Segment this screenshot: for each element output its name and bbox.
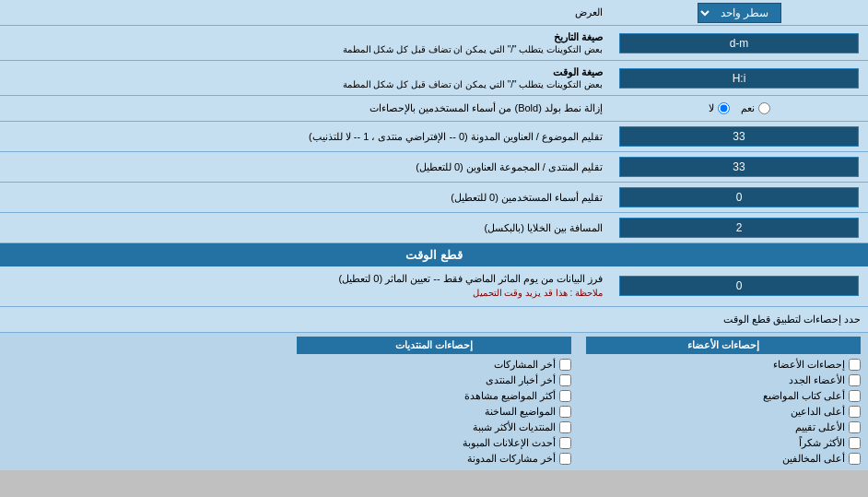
- cb-last-blog-posts[interactable]: [559, 453, 571, 465]
- bold-no-radio[interactable]: [718, 102, 730, 114]
- topic-order-input[interactable]: [628, 127, 850, 146]
- usernames-label: تقليم أسماء المستخدمين (0 للتعطيل): [0, 188, 610, 207]
- cb-latest-classifieds[interactable]: [559, 437, 571, 449]
- stats-limit-label: حدد إحصاءات لتطبيق قطع الوقت: [0, 310, 868, 329]
- list-item: الأعضاء الجدد: [586, 373, 861, 388]
- date-format-input-area: [610, 30, 868, 56]
- cb-hot-topics[interactable]: [559, 406, 571, 418]
- topic-order-input-area: [610, 124, 868, 149]
- cb-last-posts[interactable]: [559, 359, 571, 371]
- cb-members-stats[interactable]: [849, 359, 861, 371]
- list-item: أعلى الداعين: [586, 404, 861, 420]
- stats-members-col: إحصاءات الأعضاء إحصاءات الأعضاء الأعضاء …: [579, 333, 868, 470]
- list-item: الأكثر شكراً: [586, 435, 861, 451]
- stats-columns: إحصاءات الأعضاء إحصاءات الأعضاء الأعضاء …: [0, 333, 868, 470]
- cb-top-topic-writers[interactable]: [849, 390, 861, 402]
- cb-most-viewed[interactable]: [559, 390, 571, 402]
- display-select-area: سطر واحد: [610, 3, 868, 23]
- cb-last-news[interactable]: [559, 374, 571, 386]
- cb-most-thankful[interactable]: [849, 437, 861, 449]
- bold-label: إزالة نمط بولد (Bold) من أسماء المستخدمي…: [0, 99, 610, 118]
- cb-new-members[interactable]: [849, 374, 861, 386]
- list-item: أخر أخبار المنتدى: [297, 373, 571, 388]
- list-item: أكثر المواضيع مشاهدة: [297, 388, 571, 404]
- topic-order-label: تقليم الموضوع / العناوين المدونة (0 -- ا…: [0, 127, 610, 147]
- date-format-input[interactable]: [628, 34, 850, 53]
- bold-no-label: لا: [709, 102, 714, 114]
- cb-top-preachers[interactable]: [849, 406, 861, 418]
- stats-empty-col: [0, 333, 289, 470]
- list-item: أخر مشاركات المدونة: [297, 451, 571, 467]
- cut-input-area: [610, 273, 868, 299]
- stats-posts-col: إحصاءات المنتديات أخر المشاركات أخر أخبا…: [289, 333, 579, 470]
- list-item: المنتديات الأكثر شببة: [297, 420, 571, 435]
- usernames-input[interactable]: [628, 188, 850, 207]
- time-format-input[interactable]: [628, 69, 850, 88]
- spacing-label: المسافة بين الخلايا (بالبكسل): [0, 219, 610, 238]
- time-format-input-area: [610, 65, 868, 91]
- list-item: أعلى المخالفين: [586, 451, 861, 467]
- list-item: إحصاءات الأعضاء: [586, 357, 861, 373]
- cb-most-popular-forums[interactable]: [559, 421, 571, 433]
- forum-order-input-area: [610, 154, 868, 180]
- list-item: أحدث الإعلانات المبوبة: [297, 435, 571, 451]
- cut-label: فرز البيانات من يوم الماثر الماضي فقط --…: [0, 268, 610, 304]
- bold-radio-area: نعم لا: [610, 102, 868, 114]
- list-item: أخر المشاركات: [297, 357, 571, 373]
- spacing-input-area: [610, 215, 868, 241]
- forum-order-input[interactable]: [628, 158, 850, 176]
- cut-section-header: قطع الوقت: [0, 243, 868, 266]
- display-select[interactable]: سطر واحد: [698, 3, 781, 23]
- forum-order-label: تقليم المنتدى / المجموعة العناوين (0 للت…: [0, 158, 610, 177]
- bold-yes-radio[interactable]: [758, 102, 770, 114]
- stats-posts-header: إحصاءات المنتديات: [297, 337, 571, 354]
- display-label: العرض: [0, 3, 610, 22]
- cut-input[interactable]: [628, 277, 850, 295]
- cb-top-rated[interactable]: [849, 421, 861, 433]
- list-item: أعلى كتاب المواضيع: [586, 388, 861, 404]
- date-format-label: صيغة التاريخ بعض التكوينات يتطلب "/" الت…: [0, 28, 610, 58]
- list-item: الأعلى تقييم: [586, 420, 861, 435]
- spacing-input[interactable]: [628, 219, 850, 237]
- usernames-input-area: [610, 184, 868, 210]
- bold-yes-label: نعم: [741, 102, 755, 114]
- time-format-label: صيغة الوقت بعض التكوينات يتطلب "/" التي …: [0, 63, 610, 93]
- list-item: المواضيع الساخنة: [297, 404, 571, 420]
- cb-top-violators[interactable]: [849, 453, 861, 465]
- stats-members-header: إحصاءات الأعضاء: [586, 337, 861, 354]
